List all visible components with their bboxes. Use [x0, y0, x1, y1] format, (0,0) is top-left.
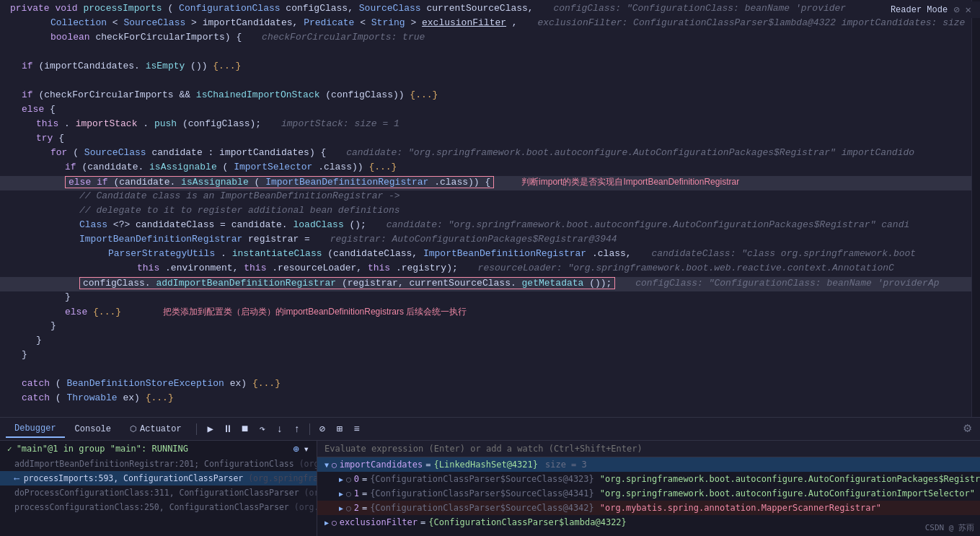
code-line-14: // Candidate class is an ImportBeanDefin…: [0, 190, 971, 205]
code-line-9: this . importStack . push (configClass);…: [0, 118, 971, 133]
reader-mode-bar: Reader Mode ⊘ ✕: [882, 1, 980, 18]
expr-arrow-2: ▶: [339, 475, 343, 483]
expr-arrow-4: ▶: [339, 504, 343, 512]
expr-key-3: 1: [354, 488, 359, 498]
code-line-1: private void processImports ( Configurat…: [0, 3, 971, 17]
right-hints-panel: [971, 0, 980, 417]
code-line-18: ParserStrategyUtils . instantiateClass (…: [0, 248, 971, 263]
code-line-16: Class <?> candidateClass = candidate. lo…: [0, 219, 971, 234]
code-line-catch2: catch ( Throwable ex) {...}: [0, 392, 971, 407]
expr-key-5: exclusionFilter: [340, 517, 418, 527]
frame-arrow-icon: ⟵: [14, 474, 19, 483]
expand-icon[interactable]: ▾: [304, 443, 309, 454]
expr-arrow-5: ▶: [325, 519, 329, 527]
toolbar-btn-mute[interactable]: ⊘: [314, 421, 330, 437]
toolbar-btn-3[interactable]: ■: [237, 421, 253, 437]
zh-annotation-1: 判断import的类是否实现自ImportBeanDefinitionRegis…: [521, 177, 739, 187]
expr-arrow-1: ▼: [325, 461, 329, 469]
code-line-empty2: [0, 75, 971, 89]
expr-str-3: "org.springframework.boot.autoconfigure.…: [600, 488, 975, 498]
expr-item-5[interactable]: ▶ ◯ exclusionFilter = {ConfigurationClas…: [317, 515, 980, 530]
thread-panel: ✓ "main"@1 in group "main": RUNNING ⊕ ▾ …: [0, 441, 317, 536]
toolbar-btn-table[interactable]: ≡: [349, 421, 365, 437]
expr-val-3: {ConfigurationClassParser$SourceClass@43…: [370, 488, 594, 498]
watermark: CSDN @ 苏雨: [925, 522, 974, 533]
code-line-17: ImportBeanDefinitionRegistrar registrar …: [0, 234, 971, 248]
code-line-22: else {...} 把类添加到配置类（启动类）的importBeanDefin…: [0, 306, 971, 320]
expr-icon-5: ◯: [332, 518, 337, 527]
code-line-empty3: [0, 364, 971, 378]
thread-label: "main"@1 in group "main": RUNNING: [17, 444, 188, 454]
code-line-21: }: [0, 291, 971, 306]
reader-mode-icon[interactable]: ⊘: [953, 4, 959, 16]
code-line-catch1: catch ( BeanDefinitionStoreException ex)…: [0, 378, 971, 392]
code-line-3: boolean checkForCircularImports) { check…: [0, 32, 971, 46]
expr-arrow-3: ▶: [339, 490, 343, 498]
code-line-25: }: [0, 349, 971, 364]
code-line-23: }: [0, 320, 971, 335]
debugger-content: ✓ "main"@1 in group "main": RUNNING ⊕ ▾ …: [0, 441, 980, 536]
expr-val-5: {ConfigurationClassParser$lambda@4322}: [428, 517, 627, 527]
zh-annotation-2: 把类添加到配置类（启动类）的importBeanDefinitionRegist…: [163, 307, 467, 317]
code-line-7: if (checkForCircularImports && isChained…: [0, 89, 971, 104]
expr-type-1: size = 3: [545, 460, 587, 470]
toolbar-btn-grid[interactable]: ⊞: [332, 421, 348, 437]
expression-panel: ▼ ◯ importCandidates = {LinkedHashSet@43…: [317, 441, 980, 536]
code-main: private void processImports ( Configurat…: [0, 0, 971, 417]
filter-icon[interactable]: ⊕: [293, 443, 299, 454]
tab-console[interactable]: Console: [66, 421, 120, 437]
reader-mode-label: Reader Mode: [891, 5, 948, 15]
expr-icon-3: ◯: [346, 489, 351, 498]
code-line-11: for ( SourceClass candidate : importCand…: [0, 147, 971, 162]
tab-debugger[interactable]: Debugger: [6, 421, 65, 438]
thread-frame-1[interactable]: addImportBeanDefinitionRegistrar:201; Co…: [0, 457, 317, 471]
expr-val-4: {ConfigurationClassParser$SourceClass@43…: [370, 503, 594, 513]
expr-item-2[interactable]: ▶ ◯ 0 = {ConfigurationClassParser$Source…: [317, 472, 980, 486]
expr-val-2: {ConfigurationClassParser$SourceClass@43…: [370, 474, 594, 484]
code-editor: private void processImports ( Configurat…: [0, 0, 980, 417]
code-line-20: configClass. addImportBeanDefinitionRegi…: [0, 277, 971, 291]
debugger-tabs-bar: Debugger Console ⬡ Actuator ▶ ⏸ ■ ↷ ↓ ↑ …: [0, 418, 980, 441]
actuator-icon: ⬡: [130, 424, 137, 434]
thread-header: ✓ "main"@1 in group "main": RUNNING ⊕ ▾: [0, 441, 317, 457]
code-line-15: // delegate to it to register additional…: [0, 205, 971, 219]
code-line-12: if (candidate. isAssignable ( ImportSele…: [0, 162, 971, 176]
code-line-10: try {: [0, 133, 971, 147]
thread-status-icon: ✓: [7, 444, 12, 454]
code-line-empty1: [0, 46, 971, 61]
thread-frame-2[interactable]: ⟵ processImports:593, ConfigurationClass…: [0, 471, 317, 486]
code-line-2: Collection < SourceClass > importCandida…: [0, 17, 971, 32]
expr-icon-2: ◯: [346, 475, 351, 484]
expr-key-1: importCandidates: [340, 460, 423, 470]
code-line-5: if (importCandidates. isEmpty ()) {...}: [0, 61, 971, 75]
expression-input[interactable]: [317, 441, 980, 457]
close-icon[interactable]: ✕: [966, 4, 971, 16]
code-line-19: this .environment, this .resourceLoader,…: [0, 263, 971, 277]
thread-frame-3[interactable]: doProcessConfigurationClass:311, Configu…: [0, 486, 317, 500]
thread-frame-4[interactable]: processConfigurationClass:250, Configura…: [0, 500, 317, 514]
debugger-panel: Debugger Console ⬡ Actuator ▶ ⏸ ■ ↷ ↓ ↑ …: [0, 417, 980, 536]
tab-separator: [196, 423, 197, 435]
toolbar-btn-5[interactable]: ↓: [272, 421, 288, 437]
code-line-8: else {: [0, 104, 971, 118]
expr-icon-1: ◯: [332, 460, 337, 470]
expr-key-2: 0: [354, 474, 359, 484]
toolbar-btn-6[interactable]: ↑: [289, 421, 305, 437]
expr-str-4: "org.mybatis.spring.annotation.MapperSca…: [600, 503, 881, 513]
settings-gear-icon[interactable]: ⚙: [963, 420, 971, 436]
expr-item-4[interactable]: ▶ ◯ 2 = {ConfigurationClassParser$Source…: [317, 501, 980, 515]
toolbar-separator-2: [309, 423, 310, 435]
expr-str-2: "org.springframework.boot.autoconfigure.…: [600, 474, 980, 484]
expr-key-4: 2: [354, 503, 359, 513]
expr-item-1[interactable]: ▼ ◯ importCandidates = {LinkedHashSet@43…: [317, 457, 980, 472]
code-line-24: }: [0, 335, 971, 349]
expr-item-3[interactable]: ▶ ◯ 1 = {ConfigurationClassParser$Source…: [317, 486, 980, 501]
tab-actuator[interactable]: ⬡ Actuator: [121, 421, 190, 437]
toolbar-btn-1[interactable]: ▶: [203, 421, 218, 437]
expr-val-1: {LinkedHashSet@4321}: [433, 460, 538, 470]
code-line-13: else if (candidate. isAssignable ( Impor…: [0, 176, 971, 190]
toolbar-btn-4[interactable]: ↷: [255, 421, 270, 437]
toolbar-btn-2[interactable]: ⏸: [220, 421, 236, 437]
expr-icon-4: ◯: [346, 504, 351, 513]
